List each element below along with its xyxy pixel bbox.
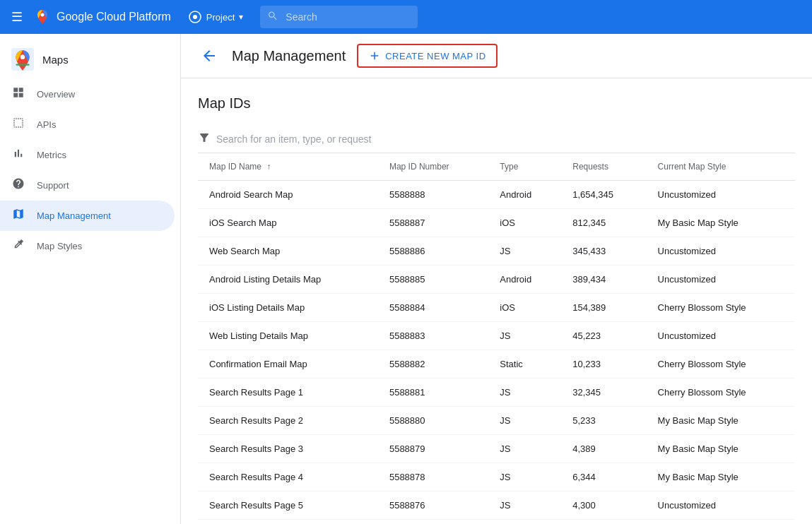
map-management-icon (11, 208, 25, 224)
main-content: Map Management CREATE NEW MAP ID Map IDs (181, 34, 812, 524)
create-map-id-button[interactable]: CREATE NEW MAP ID (357, 44, 497, 68)
cell-number-3: 5588885 (378, 266, 488, 294)
cell-number-1: 5588887 (378, 209, 488, 237)
cell-style-5: Uncustomized (647, 322, 795, 350)
cell-requests-11: 4,300 (561, 492, 646, 520)
cell-style-2: Uncustomized (647, 237, 795, 266)
table-row: iOS Search Map 5588887 iOS 812,345 My Ba… (198, 209, 795, 237)
cell-name-4: iOS Listing Details Map (198, 294, 378, 322)
maps-logo-icon (11, 48, 34, 71)
table-row: Android Listing Details Map 5588885 Andr… (198, 266, 795, 294)
cell-type-9: JS (488, 435, 561, 463)
cell-type-3: Android (488, 266, 561, 294)
cell-number-4: 5588884 (378, 294, 488, 322)
cell-name-10: Search Results Page 4 (198, 463, 378, 492)
sidebar-label-map-management: Map Management (37, 210, 111, 221)
col-header-name[interactable]: Map ID Name ↑ (198, 153, 378, 181)
project-label: Project (206, 12, 235, 23)
cell-type-4: iOS (488, 294, 561, 322)
cell-style-11: Uncustomized (647, 492, 795, 520)
cell-name-11: Search Results Page 5 (198, 492, 378, 520)
filter-icon (198, 131, 211, 147)
table-body: Android Search Map 5588888 Android 1,654… (198, 181, 795, 525)
sidebar-label-overview: Overview (37, 89, 75, 100)
cell-number-11: 5588876 (378, 492, 488, 520)
cell-style-6: Cherry Blossom Style (647, 350, 795, 379)
apis-icon (11, 117, 25, 133)
cell-requests-10: 6,344 (561, 463, 646, 492)
cell-type-8: JS (488, 407, 561, 435)
cell-number-6: 5588882 (378, 350, 488, 379)
table-header-row: Map ID Name ↑ Map ID Number Type Request… (198, 153, 795, 181)
filter-bar (198, 126, 795, 153)
cell-requests-3: 389,434 (561, 266, 646, 294)
table-row: iOS Listing Details Map 5588884 iOS 154,… (198, 294, 795, 322)
cell-number-7: 5588881 (378, 379, 488, 407)
col-header-type: Type (488, 153, 561, 181)
cell-requests-2: 345,433 (561, 237, 646, 266)
cell-style-9: My Basic Map Style (647, 435, 795, 463)
col-header-number: Map ID Number (378, 153, 488, 181)
cell-name-8: Search Results Page 2 (198, 407, 378, 435)
table-row: Search Results Page 1 5588881 JS 32,345 … (198, 379, 795, 407)
back-button[interactable] (198, 44, 220, 67)
cell-requests-8: 5,233 (561, 407, 646, 435)
sort-icon: ↑ (266, 162, 271, 172)
create-btn-label: CREATE NEW MAP ID (385, 51, 486, 61)
cell-type-10: JS (488, 463, 561, 492)
sidebar-label-metrics: Metrics (37, 150, 66, 160)
sidebar-item-map-management[interactable]: Map Management (0, 201, 175, 231)
svg-point-1 (193, 15, 197, 19)
cell-name-2: Web Search Map (198, 237, 378, 266)
sidebar-item-overview[interactable]: Overview (0, 79, 175, 109)
cell-name-7: Search Results Page 1 (198, 379, 378, 407)
menu-icon[interactable]: ☰ (11, 9, 23, 25)
map-styles-icon (11, 238, 25, 254)
brand-name: Google Cloud Platform (57, 11, 171, 23)
sidebar-item-support[interactable]: Support (0, 170, 175, 201)
cell-name-6: Confirmation Email Map (198, 350, 378, 379)
cell-name-5: Web Listing Details Map (198, 322, 378, 350)
cell-type-2: JS (488, 237, 561, 266)
table-row: Search Results Page 6 5588875 JS 5,545 U… (198, 520, 795, 525)
cell-requests-9: 4,389 (561, 435, 646, 463)
cell-requests-5: 45,223 (561, 322, 646, 350)
col-header-style: Current Map Style (647, 153, 795, 181)
table-header: Map ID Name ↑ Map ID Number Type Request… (198, 153, 795, 181)
cell-style-8: My Basic Map Style (647, 407, 795, 435)
col-header-requests: Requests (561, 153, 646, 181)
cell-requests-0: 1,654,345 (561, 181, 646, 209)
cell-requests-1: 812,345 (561, 209, 646, 237)
create-plus-icon (368, 49, 381, 62)
cell-name-9: Search Results Page 3 (198, 435, 378, 463)
search-input[interactable] (260, 6, 418, 28)
support-icon (11, 177, 25, 193)
project-selector[interactable]: Project ▾ (182, 7, 249, 27)
cell-number-0: 5588888 (378, 181, 488, 209)
sidebar-item-metrics[interactable]: Metrics (0, 140, 175, 170)
google-maps-logo-icon (34, 8, 51, 25)
cell-type-11: JS (488, 492, 561, 520)
sidebar-item-map-styles[interactable]: Map Styles (0, 231, 175, 261)
page-title: Map Management (232, 48, 346, 64)
sidebar: Maps Overview APIs Metrics Support Map M… (0, 34, 181, 524)
cell-style-3: Uncustomized (647, 266, 795, 294)
cell-type-6: Static (488, 350, 561, 379)
search-icon (267, 11, 278, 24)
map-ids-table: Map ID Name ↑ Map ID Number Type Request… (198, 153, 795, 524)
table-container: Map IDs Map ID Name ↑ (181, 78, 812, 524)
table-row: Search Results Page 2 5588880 JS 5,233 M… (198, 407, 795, 435)
cell-number-2: 5588886 (378, 237, 488, 266)
sidebar-label-support: Support (37, 180, 69, 191)
cell-requests-6: 10,233 (561, 350, 646, 379)
search-container (260, 6, 801, 28)
table-row: Confirmation Email Map 5588882 Static 10… (198, 350, 795, 379)
brand: Google Cloud Platform (34, 8, 171, 25)
cell-style-0: Uncustomized (647, 181, 795, 209)
cell-style-1: My Basic Map Style (647, 209, 795, 237)
cell-style-7: Cherry Blossom Style (647, 379, 795, 407)
filter-input[interactable] (216, 133, 795, 145)
sidebar-item-apis[interactable]: APIs (0, 109, 175, 140)
cell-requests-4: 154,389 (561, 294, 646, 322)
project-icon (188, 10, 202, 24)
